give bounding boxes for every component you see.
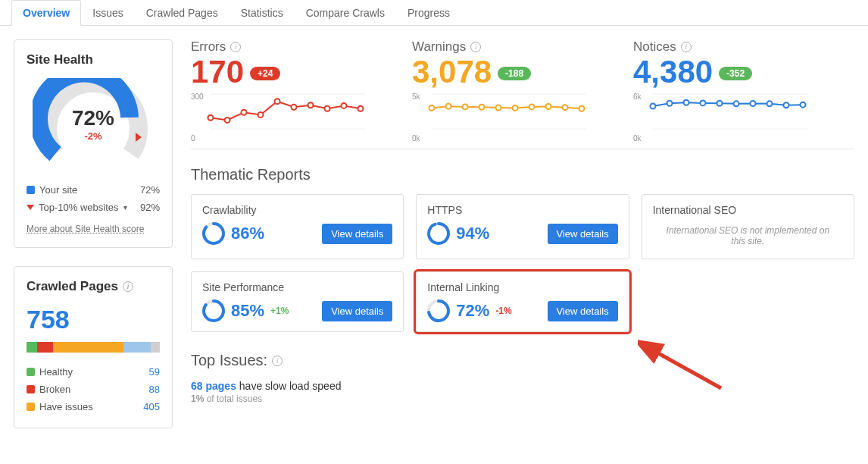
view-details-button[interactable]: View details [322,301,392,321]
legend-top10[interactable]: Top-10% websites▾ 92% [27,199,160,216]
report-card-title: Site Performance [202,281,392,293]
top-issues-title: Top Issues: i [191,352,854,369]
svg-point-5 [242,110,247,115]
site-health-delta: -2% [72,130,114,142]
report-card-title: Internal Linking [427,281,617,293]
svg-point-23 [563,105,568,110]
svg-point-10 [325,106,330,111]
thematic-reports-grid: Crawlability86%View detailsHTTPS94%View … [191,194,854,332]
svg-point-20 [513,105,518,111]
svg-point-16 [446,104,451,109]
top-issue-link[interactable]: 68 pages [191,380,236,392]
info-icon[interactable]: i [272,356,283,366]
svg-point-12 [358,106,364,111]
top-issue-sub: 1% of total issues [191,393,854,404]
svg-point-30 [701,100,706,105]
svg-point-24 [579,106,585,111]
svg-point-19 [496,105,501,111]
svg-point-28 [667,101,673,106]
metric-warnings: Warningsi3,078-1885k0k [412,39,633,143]
site-health-more-link[interactable]: More about Site Health score [27,224,144,234]
bar-segment [123,342,150,353]
crawled-pages-bar [27,342,160,353]
svg-point-17 [463,104,468,109]
svg-point-29 [684,100,689,105]
bar-segment [27,342,37,353]
crawled-legend-row[interactable]: Broken88 [27,381,160,398]
tab-crawled-pages[interactable]: Crawled Pages [135,0,229,25]
bar-segment [151,342,160,353]
metric-notices: Noticesi4,380-3526k0k [633,39,854,143]
report-crawlability: Crawlability86%View details [191,194,404,259]
crawled-pages-panel: Crawled Pages i 758 Healthy59Broken88Hav… [14,266,173,428]
triangle-down-icon [27,205,34,210]
info-icon[interactable]: i [470,42,481,52]
intl-seo-note: International SEO is not implemented on … [653,222,843,249]
svg-point-9 [308,102,314,108]
bar-segment [53,342,123,353]
report-internal-linking: Internal Linking72%-1%View details [416,271,629,332]
tab-compare-crawls[interactable]: Compare Crawls [295,0,396,25]
report-card-title: International SEO [653,204,843,216]
site-health-title: Site Health [27,52,160,67]
report-https: HTTPS94%View details [416,194,629,259]
svg-point-18 [479,105,485,110]
svg-point-40 [429,224,448,243]
info-icon[interactable]: i [230,42,241,52]
chevron-down-icon: ▾ [123,203,127,212]
svg-point-36 [801,102,806,108]
crawled-legend-row[interactable]: Have issues405 [27,398,160,415]
tab-statistics[interactable]: Statistics [229,0,295,25]
crawled-pages-total: 758 [27,305,160,334]
crawled-pages-title: Crawled Pages i [27,279,160,294]
tab-overview[interactable]: Overview [11,0,81,26]
bar-segment [37,342,53,353]
svg-point-8 [292,105,297,110]
svg-point-7 [275,99,280,104]
report-card-title: HTTPS [427,204,617,216]
tab-bar: OverviewIssuesCrawled PagesStatisticsCom… [0,0,868,26]
tab-progress[interactable]: Progress [396,0,461,25]
svg-point-35 [784,102,789,108]
site-health-donut: 72% -2% [27,78,160,169]
tab-issues[interactable]: Issues [81,0,134,25]
svg-point-34 [767,101,773,106]
svg-point-3 [208,115,214,121]
top-issue-line: 68 pages have slow load speed [191,380,854,392]
report-card-title: Crawlability [202,204,392,216]
info-icon[interactable]: i [681,42,692,52]
report-international-seo: International SEOInternational SEO is no… [642,194,854,259]
svg-point-42 [204,301,223,321]
svg-point-38 [204,224,223,243]
site-health-panel: Site Health 72% -2% Your site 72% Top-10… [14,39,173,248]
svg-point-31 [717,101,723,106]
crawled-legend-row[interactable]: Healthy59 [27,363,160,381]
site-health-value: 72% [72,106,114,130]
view-details-button[interactable]: View details [322,224,392,244]
metric-errors: Errorsi170+243000 [191,39,412,143]
svg-point-21 [529,104,535,109]
svg-point-27 [651,104,656,109]
svg-point-32 [734,101,739,106]
metrics-row: Errorsi170+243000Warningsi3,078-1885k0kN… [191,39,854,149]
svg-point-4 [225,118,230,123]
report-site-performance: Site Performance85%+1%View details [191,271,404,332]
svg-point-33 [751,101,756,106]
svg-point-6 [258,112,264,118]
legend-your-site: Your site 72% [27,181,160,199]
svg-point-15 [429,105,435,111]
info-icon[interactable]: i [123,281,133,292]
svg-point-22 [546,104,551,109]
thematic-title: Thematic Reports [191,166,854,183]
svg-point-11 [342,103,347,108]
view-details-button[interactable]: View details [548,301,618,321]
view-details-button[interactable]: View details [548,224,618,244]
